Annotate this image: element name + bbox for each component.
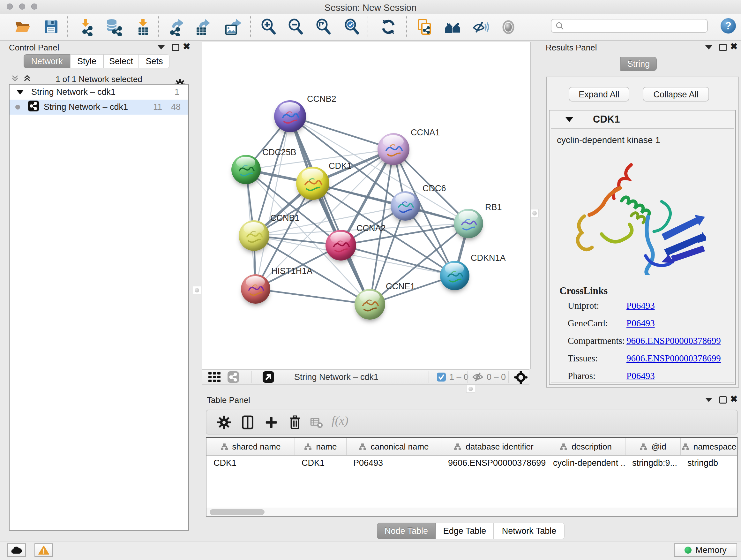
node-HIST1H1A[interactable] [241, 274, 270, 304]
network-view-share-icon[interactable] [227, 371, 239, 384]
string-network-icon [28, 100, 39, 114]
crosslink-value-link[interactable]: 9606.ENSP00000378699 [626, 353, 721, 364]
expand-all-icon[interactable] [23, 74, 31, 84]
zoom-selected-icon[interactable] [343, 17, 360, 36]
delete-column-icon[interactable] [287, 415, 302, 430]
column-header--id[interactable]: @id [625, 438, 680, 455]
node-RB1[interactable] [454, 209, 483, 238]
node-CCNE1[interactable] [354, 289, 385, 320]
tab-edge-table[interactable]: Edge Table [435, 523, 494, 539]
right-splitter-handle[interactable] [530, 209, 539, 217]
tab-style[interactable]: Style [70, 54, 104, 68]
search-input[interactable] [564, 21, 699, 31]
node-CCNB2[interactable] [274, 100, 306, 132]
collapse-all-icon[interactable] [11, 74, 19, 84]
refresh-icon[interactable] [380, 17, 397, 36]
crosslinks-title: CrossLinks [559, 285, 734, 297]
node-CDK1[interactable] [296, 167, 329, 200]
function-builder-icon[interactable]: f(x) [332, 414, 348, 428]
export-network-icon[interactable] [168, 17, 185, 36]
column-header-description[interactable]: description [546, 438, 625, 455]
crosslink-value-link[interactable]: P06493 [626, 318, 655, 328]
node-CCNA2[interactable] [326, 230, 356, 260]
control-panel-float-icon[interactable] [172, 44, 179, 51]
import-table-icon[interactable] [134, 17, 151, 36]
table-row[interactable]: CDK1CDK1P064939606.ENSP00000378699cyclin… [206, 456, 737, 470]
home-view-icon[interactable] [444, 17, 461, 36]
edge-CCNB2-HIST1H1A[interactable] [256, 116, 290, 289]
table-panel-close-icon[interactable]: ✖ [730, 395, 738, 403]
hide-eye-icon[interactable] [472, 17, 489, 36]
node-CDKN1A[interactable] [440, 261, 469, 290]
collection-expander-icon[interactable] [17, 90, 23, 95]
crosslink-value-link[interactable]: P06493 [626, 371, 655, 381]
network-canvas[interactable]: CCNB2CCNA1CDC25BCDK1CDC6RB1CCNB1CCNA2CDK… [202, 42, 531, 369]
network-collection-row[interactable]: String Network – cdk1 1 [10, 84, 188, 100]
node-CCNA1[interactable] [378, 133, 409, 165]
warnings-button[interactable] [35, 543, 53, 557]
node-CDC25B[interactable] [231, 155, 261, 184]
show-eye-icon[interactable] [500, 17, 517, 36]
selected-checkbox[interactable] [436, 372, 446, 383]
export-table-icon[interactable] [194, 17, 211, 36]
crosslink-value-link[interactable]: P06493 [626, 300, 655, 311]
table-panel-minimize-icon[interactable] [705, 398, 712, 402]
column-header-canonical-name[interactable]: canonical name [346, 438, 441, 455]
table-cell: cyclin-dependent ... [546, 456, 625, 470]
zoom-in-icon[interactable] [260, 17, 277, 36]
cytoscape-window: { "window": {"title": "Session: New Sess… [0, 0, 741, 560]
help-button[interactable]: ? [721, 18, 736, 34]
zoom-fit-icon[interactable] [315, 17, 332, 36]
results-entry-header[interactable]: CDK1 [549, 111, 735, 128]
left-splitter-handle[interactable] [193, 286, 201, 294]
results-panel-close-icon[interactable]: ✖ [730, 43, 738, 51]
node-CCNB1[interactable] [239, 220, 269, 251]
clone-network-icon[interactable] [416, 17, 433, 36]
import-database-icon[interactable] [105, 17, 122, 36]
grid-view-icon[interactable] [208, 372, 221, 384]
control-panel-minimize-icon[interactable] [158, 45, 165, 50]
node-CDC6[interactable] [391, 191, 420, 221]
add-column-icon[interactable] [264, 415, 279, 430]
birdseye-view-icon[interactable] [262, 371, 274, 384]
tab-node-table[interactable]: Node Table [377, 523, 435, 539]
table-panel-float-icon[interactable] [719, 396, 727, 403]
export-image-icon[interactable] [224, 17, 241, 36]
memory-label: Memory [695, 545, 727, 555]
tab-sets[interactable]: Sets [139, 54, 170, 68]
results-panel-float-icon[interactable] [719, 44, 727, 51]
crosslink-value-link[interactable]: 9606.ENSP00000378699 [626, 335, 721, 346]
tab-network-table[interactable]: Network Table [494, 523, 564, 539]
fit-selection-crosshair-icon[interactable] [514, 370, 528, 386]
toolbar-separator [252, 371, 252, 383]
tab-string[interactable]: String [620, 57, 657, 71]
tab-network[interactable]: Network [23, 54, 70, 68]
collapse-all-button[interactable]: Collapse All [643, 87, 709, 102]
entry-expander-icon[interactable] [565, 117, 573, 122]
edge-HIST1H1A-CCNE1[interactable] [256, 289, 370, 304]
show-columns-icon[interactable] [240, 415, 255, 430]
table-gear-icon[interactable] [217, 415, 231, 430]
scrollbar-thumb[interactable] [210, 509, 265, 515]
hidden-eye-slash-icon[interactable] [472, 372, 484, 383]
column-header-namespace[interactable]: namespace [680, 438, 737, 455]
table-horizontal-scrollbar[interactable] [206, 508, 738, 517]
zoom-out-icon[interactable] [287, 17, 305, 36]
cloud-button[interactable] [7, 543, 26, 557]
save-session-icon[interactable] [43, 17, 60, 36]
bottom-splitter-handle[interactable] [466, 385, 475, 393]
control-panel-close-icon[interactable]: ✖ [183, 43, 190, 51]
collection-label: String Network – cdk1 [31, 87, 116, 97]
memory-button[interactable]: Memory [674, 543, 737, 557]
protein-structure-image [566, 153, 706, 275]
column-header-shared-name[interactable]: shared name [206, 438, 294, 455]
results-panel-minimize-icon[interactable] [705, 45, 712, 50]
open-session-icon[interactable] [14, 17, 31, 36]
delete-table-icon[interactable] [310, 415, 323, 430]
column-header-name[interactable]: name [294, 438, 346, 455]
expand-all-button[interactable]: Expand All [569, 87, 629, 102]
column-header-database-identifier[interactable]: database identifier [441, 438, 546, 455]
tab-select[interactable]: Select [104, 54, 139, 68]
import-network-icon[interactable] [77, 17, 95, 36]
network-row[interactable]: String Network – cdk1 11 48 [10, 100, 188, 115]
